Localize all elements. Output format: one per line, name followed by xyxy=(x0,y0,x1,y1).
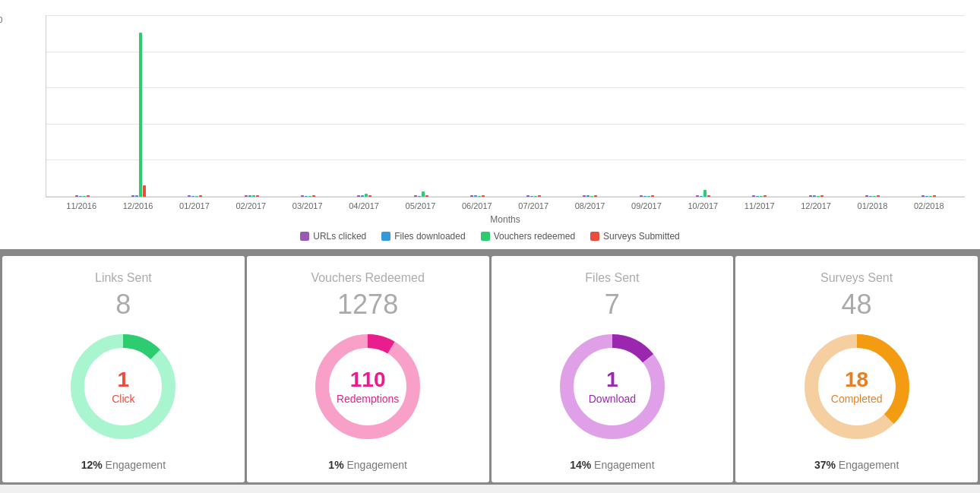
bar-red xyxy=(425,195,428,197)
legend-color xyxy=(300,232,309,241)
card-title: Surveys Sent xyxy=(820,271,893,285)
bar-group xyxy=(675,15,731,197)
bar-blue xyxy=(248,195,251,197)
engagement-text: 12% Engagement xyxy=(81,459,166,471)
bar-blue xyxy=(418,196,421,197)
engagement-text: 1% Engagement xyxy=(328,459,407,471)
bar-green xyxy=(195,196,198,197)
bar-blue xyxy=(135,195,138,197)
donut-center: 1Download xyxy=(589,369,636,405)
x-label: 11/2016 xyxy=(53,201,109,210)
bar-blue xyxy=(643,196,646,197)
card-total: 8 xyxy=(115,291,131,318)
bar-green xyxy=(647,196,650,197)
bar-group xyxy=(788,15,844,197)
legend-item: Files downloaded xyxy=(381,231,465,242)
chart-title: Months xyxy=(46,214,965,225)
bar-red xyxy=(933,195,936,197)
bar-red xyxy=(312,195,315,197)
donut-center: 18Completed xyxy=(831,369,883,405)
bar-purple xyxy=(809,195,812,197)
x-label: 01/2017 xyxy=(166,201,223,210)
bar-purple xyxy=(922,195,925,197)
bar-red xyxy=(199,195,202,197)
bar-purple xyxy=(640,195,643,197)
card-title: Vouchers Redeemed xyxy=(311,271,424,285)
bar-blue xyxy=(191,196,194,197)
card-title: Files Sent xyxy=(585,271,639,285)
bar-purple xyxy=(131,195,134,197)
card-total: 48 xyxy=(842,291,872,318)
bar-blue xyxy=(474,195,477,197)
engagement-pct: 1% xyxy=(328,459,343,471)
bar-red xyxy=(594,195,597,197)
card-links-sent: Links Sent81Click12% Engagement xyxy=(2,256,245,482)
donut-label: Completed xyxy=(831,393,883,405)
bar-green xyxy=(83,196,86,197)
bar-green xyxy=(873,196,876,197)
legend-color xyxy=(590,232,599,241)
x-label: 01/2018 xyxy=(844,201,900,210)
bar-red xyxy=(143,185,146,197)
legend-item: Vouchers redeemed xyxy=(481,231,575,242)
y-label: 0 xyxy=(0,214,2,223)
legend-color xyxy=(381,232,390,241)
chart-section: 020406080100 11/201612/201601/201702/201… xyxy=(0,0,980,254)
bar-purple xyxy=(583,195,586,197)
bar-red xyxy=(538,195,541,197)
legend-label: URLs clicked xyxy=(313,231,366,242)
x-label: 02/2017 xyxy=(223,201,279,210)
card-total: 7 xyxy=(605,291,620,318)
bar-blue xyxy=(79,196,82,197)
legend-item: Surveys Submitted xyxy=(590,231,680,242)
card-total: 1278 xyxy=(337,291,398,318)
chart-legend: URLs clickedFiles downloadedVouchers red… xyxy=(15,231,965,242)
bar-group xyxy=(562,15,618,197)
bar-group xyxy=(618,15,675,197)
legend-item: URLs clicked xyxy=(300,231,366,242)
engagement-pct: 14% xyxy=(570,459,591,471)
legend-label: Files downloaded xyxy=(394,231,465,242)
bar-purple xyxy=(245,195,248,197)
y-label: 80 xyxy=(0,55,2,64)
x-label: 09/2017 xyxy=(618,201,675,210)
bar-red xyxy=(368,195,371,197)
donut-chart: 18Completed xyxy=(800,330,914,444)
cards-section: Links Sent81Click12% EngagementVouchers … xyxy=(0,254,980,485)
x-label: 06/2017 xyxy=(449,201,505,210)
bar-group xyxy=(844,15,900,197)
x-axis: 11/201612/201601/201702/201703/201704/20… xyxy=(46,201,965,210)
bar-blue xyxy=(586,195,590,197)
bar-group xyxy=(732,15,788,197)
bar-purple xyxy=(470,195,473,197)
bar-blue xyxy=(305,196,308,197)
legend-label: Vouchers redeemed xyxy=(494,231,575,242)
donut-label: Download xyxy=(589,393,636,405)
bar-green xyxy=(252,195,255,197)
bar-green xyxy=(703,190,707,197)
x-label: 03/2017 xyxy=(280,201,336,210)
y-label: 40 xyxy=(0,134,2,144)
bar-group xyxy=(393,15,449,197)
card-files-sent: Files Sent71Download14% Engagement xyxy=(492,256,734,482)
card-title: Links Sent xyxy=(95,271,152,285)
donut-value: 18 xyxy=(831,369,883,390)
card-vouchers-redeemed: Vouchers Redeemed1278110Redemptions1% En… xyxy=(247,256,489,482)
donut-center: 110Redemptions xyxy=(337,369,400,405)
donut-value: 1 xyxy=(112,369,134,390)
bar-blue xyxy=(869,196,872,197)
legend-color xyxy=(481,232,490,241)
bar-purple xyxy=(188,195,191,197)
bar-purple xyxy=(357,195,360,197)
bar-group xyxy=(506,15,562,197)
y-label: 60 xyxy=(0,95,2,104)
bar-red xyxy=(87,195,90,197)
bar-blue xyxy=(813,195,816,197)
donut-chart: 110Redemptions xyxy=(311,330,425,444)
donut-chart: 1Click xyxy=(66,330,180,444)
chart-area xyxy=(46,15,965,198)
bar-green xyxy=(760,196,763,197)
bar-green xyxy=(929,196,932,197)
x-label: 12/2017 xyxy=(788,201,844,210)
bar-purple xyxy=(752,195,755,197)
